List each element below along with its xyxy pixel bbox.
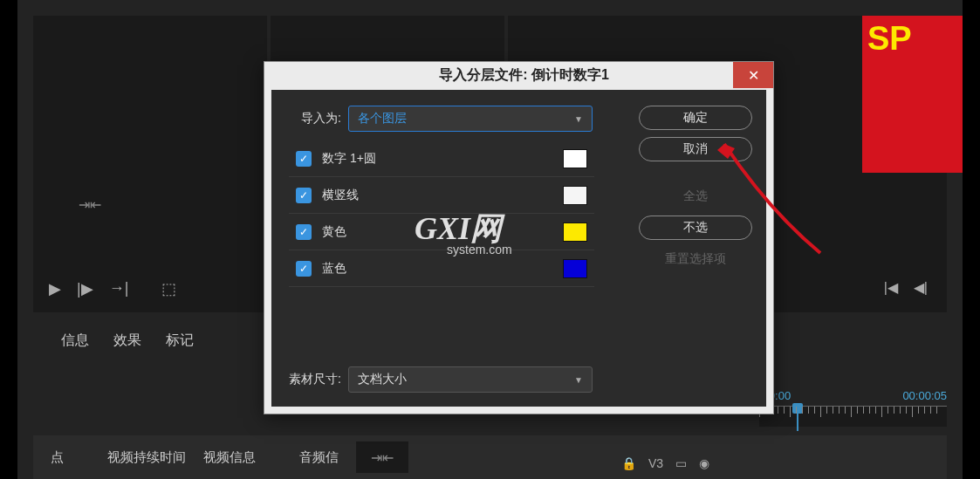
transport-controls-right: |◀ ◀|	[884, 279, 928, 296]
track-controls: 🔒 V3 ▭ ◉	[621, 456, 709, 470]
label-video-info: 视频信息	[203, 449, 256, 466]
play-icon[interactable]: ▶	[49, 279, 61, 298]
timeline: :00:00 00:00:05	[759, 389, 947, 427]
color-swatch	[563, 149, 587, 168]
layer-list: ✓ 数字 1+圆 ✓ 横竖线 ✓ 黄色 ✓ 蓝色	[289, 140, 594, 287]
step-icon[interactable]: |▶	[77, 279, 93, 298]
splice-button[interactable]: ⇥⇤	[356, 441, 408, 473]
step-fwd-icon[interactable]: ◀|	[914, 279, 928, 296]
layer-name: 蓝色	[322, 261, 563, 277]
tab-info[interactable]: 信息	[61, 332, 89, 350]
import-as-dropdown[interactable]: 各个图层 ▼	[348, 106, 593, 132]
tab-row: 信息 效果 标记	[61, 332, 194, 350]
layer-item[interactable]: ✓ 数字 1+圆	[289, 140, 594, 177]
layer-checkbox[interactable]: ✓	[296, 224, 312, 240]
layer-name: 横竖线	[322, 188, 563, 203]
color-swatch	[563, 186, 587, 205]
layer-item[interactable]: ✓ 横竖线	[289, 177, 594, 214]
jump-icon[interactable]: →|	[109, 279, 129, 298]
timeline-ruler[interactable]	[759, 406, 947, 427]
import-as-label: 导入为:	[285, 111, 341, 127]
select-all-button[interactable]: 全选	[639, 184, 752, 209]
import-layered-dialog: 导入分层文件: 倒计时数字1 ✕ 导入为: 各个图层 ▼ ✓ 数字 1+圆 ✓ …	[264, 61, 774, 414]
chevron-down-icon: ▼	[574, 114, 583, 124]
dialog-title: 导入分层文件: 倒计时数字1	[275, 66, 773, 85]
close-icon: ✕	[748, 67, 759, 84]
layer-item[interactable]: ✓ 蓝色	[289, 250, 594, 287]
cancel-button[interactable]: 取消	[639, 137, 752, 161]
chevron-down-icon: ▼	[574, 375, 583, 385]
lock-icon[interactable]: 🔒	[621, 456, 636, 470]
panel-left	[33, 16, 267, 312]
red-thumbnail: SP	[862, 16, 963, 173]
track-label[interactable]: V3	[648, 456, 663, 470]
step-back-icon[interactable]: |◀	[884, 279, 898, 296]
ok-button[interactable]: 确定	[639, 106, 752, 130]
layer-checkbox[interactable]: ✓	[296, 151, 312, 167]
label-point: 点	[51, 449, 64, 466]
transport-controls-left: ▶ |▶ →| ⬚	[49, 279, 176, 298]
label-audio-info: 音频信	[299, 449, 339, 466]
bottom-bar: 点 视频持续时间 视频信息 音频信 ⇥⇤	[33, 435, 947, 479]
select-none-button[interactable]: 不选	[639, 216, 752, 240]
marker-icon: ⇥⇤	[79, 196, 101, 213]
layer-checkbox[interactable]: ✓	[296, 188, 312, 203]
layer-name: 黄色	[322, 224, 563, 240]
label-video-duration: 视频持续时间	[107, 449, 186, 466]
reset-selection-button[interactable]: 重置选择项	[639, 247, 752, 271]
tab-effects[interactable]: 效果	[113, 332, 141, 350]
layer-name: 数字 1+圆	[322, 151, 563, 167]
snap-icon[interactable]: ⬚	[161, 279, 176, 298]
track-toggle-1[interactable]: ▭	[675, 456, 687, 470]
layer-item[interactable]: ✓ 黄色	[289, 214, 594, 250]
eye-icon[interactable]: ◉	[699, 456, 709, 470]
footage-size-dropdown[interactable]: 文档大小 ▼	[348, 366, 593, 393]
color-swatch	[563, 222, 587, 242]
tab-markers[interactable]: 标记	[166, 332, 194, 350]
footage-size-label: 素材尺寸:	[285, 372, 341, 387]
layer-checkbox[interactable]: ✓	[296, 261, 312, 277]
close-button[interactable]: ✕	[733, 62, 773, 88]
color-swatch	[563, 259, 587, 278]
time-end: 00:00:05	[902, 389, 947, 402]
